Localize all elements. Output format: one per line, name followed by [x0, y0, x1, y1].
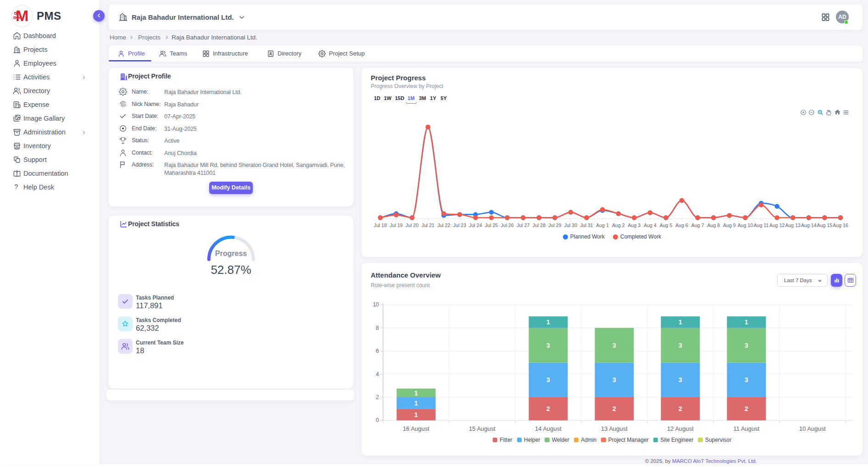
svg-text:Jul 31: Jul 31 — [580, 222, 593, 228]
svg-text:8: 8 — [376, 325, 379, 331]
svg-text:2: 2 — [376, 394, 379, 400]
svg-text:Jul 27: Jul 27 — [517, 222, 529, 228]
svg-text:10 August: 10 August — [799, 425, 826, 432]
svg-text:3: 3 — [612, 342, 616, 349]
svg-text:Aug 8: Aug 8 — [707, 222, 720, 228]
svg-text:Jul 25: Jul 25 — [485, 222, 498, 228]
svg-text:2: 2 — [612, 405, 616, 412]
svg-text:3: 3 — [546, 376, 550, 384]
svg-text:Jul 19: Jul 19 — [389, 222, 402, 228]
svg-text:Aug 9: Aug 9 — [723, 222, 736, 228]
svg-text:3: 3 — [546, 342, 550, 349]
svg-text:1: 1 — [679, 318, 682, 326]
svg-text:Jul 28: Jul 28 — [533, 222, 545, 228]
svg-text:11 August: 11 August — [734, 425, 760, 432]
svg-text:Aug 14: Aug 14 — [801, 222, 817, 228]
svg-text:15 August: 15 August — [469, 425, 495, 432]
svg-text:1: 1 — [546, 318, 550, 326]
svg-text:2: 2 — [546, 405, 550, 412]
svg-text:Jul 22: Jul 22 — [437, 222, 450, 228]
svg-text:Aug 2: Aug 2 — [612, 222, 625, 228]
svg-text:Jul 30: Jul 30 — [564, 222, 577, 228]
svg-text:Aug 1: Aug 1 — [596, 222, 609, 228]
svg-text:2: 2 — [679, 405, 682, 412]
svg-text:Aug 12: Aug 12 — [769, 222, 785, 228]
svg-text:3: 3 — [745, 376, 748, 384]
svg-text:10: 10 — [373, 301, 379, 308]
svg-text:Jul 18: Jul 18 — [374, 222, 387, 228]
svg-text:Jul 24: Jul 24 — [469, 222, 482, 228]
svg-text:Jul 21: Jul 21 — [422, 222, 434, 228]
svg-text:Aug 6: Aug 6 — [675, 222, 688, 228]
svg-text:Jul 20: Jul 20 — [406, 222, 418, 228]
svg-text:Jul 23: Jul 23 — [453, 222, 466, 228]
svg-text:Aug 3: Aug 3 — [628, 222, 641, 228]
svg-text:Aug 15: Aug 15 — [817, 222, 833, 228]
svg-text:Aug 10: Aug 10 — [738, 222, 753, 228]
svg-text:13 August: 13 August — [601, 425, 628, 432]
svg-text:Aug 4: Aug 4 — [644, 222, 657, 228]
svg-text:12 August: 12 August — [667, 425, 694, 432]
svg-text:1: 1 — [414, 411, 418, 418]
svg-text:1: 1 — [745, 318, 748, 326]
svg-text:0: 0 — [376, 417, 379, 423]
svg-text:3: 3 — [679, 376, 682, 384]
svg-text:Aug 5: Aug 5 — [660, 222, 673, 228]
svg-text:1: 1 — [414, 389, 418, 397]
svg-text:4: 4 — [376, 371, 379, 378]
svg-text:Aug 16: Aug 16 — [833, 222, 848, 228]
svg-text:Jul 26: Jul 26 — [501, 222, 514, 228]
svg-text:3: 3 — [745, 342, 748, 349]
svg-text:2: 2 — [745, 405, 748, 412]
svg-text:14 August: 14 August — [535, 425, 562, 432]
svg-text:6: 6 — [376, 348, 379, 354]
svg-text:16 August: 16 August — [403, 425, 429, 432]
svg-text:3: 3 — [612, 376, 616, 384]
svg-text:Aug 11: Aug 11 — [754, 222, 769, 228]
svg-text:Aug 7: Aug 7 — [691, 222, 704, 228]
svg-text:1: 1 — [414, 400, 418, 407]
svg-text:3: 3 — [679, 342, 682, 349]
svg-text:Aug 13: Aug 13 — [785, 222, 801, 228]
svg-text:Jul 29: Jul 29 — [548, 222, 561, 228]
